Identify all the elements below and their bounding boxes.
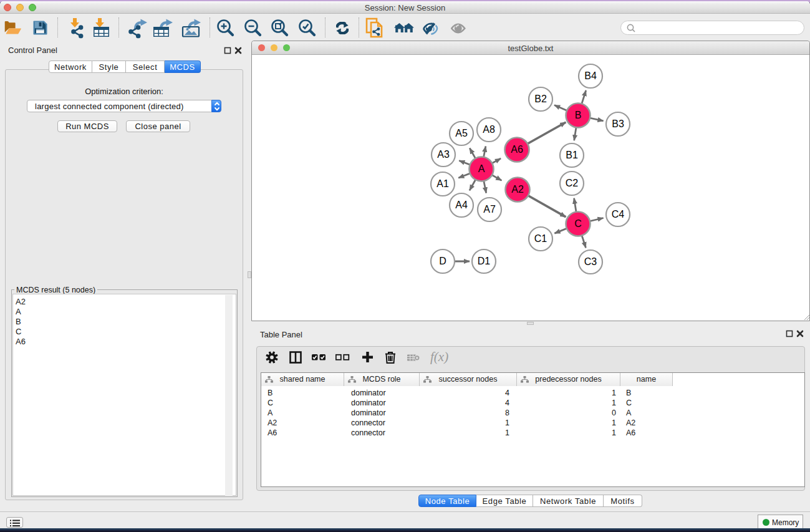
svg-text:B1: B1 [566, 150, 578, 160]
svg-text:A4: A4 [455, 200, 468, 210]
svg-text:D1: D1 [478, 256, 491, 266]
svg-text:A1: A1 [436, 178, 449, 189]
svg-text:A: A [478, 163, 485, 174]
svg-text:A2: A2 [511, 184, 524, 195]
svg-text:A7: A7 [483, 204, 496, 215]
svg-text:D: D [439, 256, 446, 266]
svg-text:A6: A6 [511, 144, 523, 155]
svg-text:C2: C2 [566, 178, 579, 188]
svg-text:B3: B3 [612, 118, 624, 129]
svg-text:C: C [574, 218, 582, 229]
svg-text:B: B [575, 110, 582, 120]
svg-text:C1: C1 [534, 233, 547, 244]
svg-text:B4: B4 [584, 70, 597, 81]
svg-text:A3: A3 [437, 149, 450, 160]
svg-text:A5: A5 [455, 128, 468, 138]
svg-text:B2: B2 [534, 94, 547, 104]
svg-text:C3: C3 [584, 256, 597, 267]
svg-text:C4: C4 [612, 209, 625, 220]
svg-text:A8: A8 [483, 124, 495, 135]
